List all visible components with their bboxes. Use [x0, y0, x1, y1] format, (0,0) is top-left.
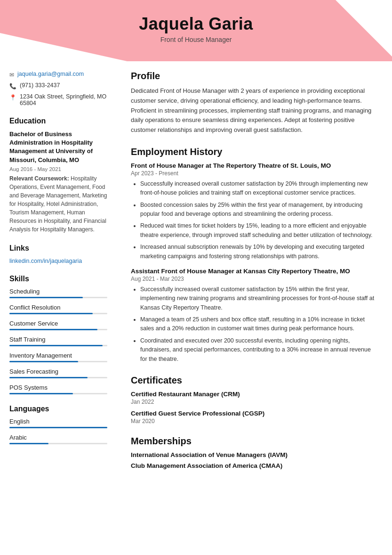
skill-name: POS Systems	[9, 384, 107, 391]
profile-text: Dedicated Front of House Manager with 2 …	[131, 86, 378, 135]
cert-entry: Certified Guest Service Professional (CG…	[131, 410, 378, 424]
skill-name: Scheduling	[9, 288, 107, 295]
job-bullet: Managed a team of 25 ushers and box offi…	[140, 315, 378, 334]
education-title: Education	[9, 117, 107, 125]
memberships-section: Memberships International Association of…	[131, 436, 378, 469]
skill-bar-bg	[9, 393, 107, 394]
skill-item: Scheduling	[9, 288, 107, 298]
lang-bar-fill	[9, 427, 107, 428]
skill-item: Inventory Management	[9, 352, 107, 362]
employment-section: Employment History Front of House Manage…	[131, 147, 378, 364]
skill-bar-fill	[9, 393, 73, 394]
cert-entry: Certified Restaurant Manager (CRM) Jan 2…	[131, 391, 378, 405]
membership-item: International Association of Venue Manag…	[131, 451, 378, 458]
candidate-name: Jaquela Garia	[9, 14, 383, 34]
candidate-title: Front of House Manager	[9, 36, 383, 43]
lang-bar-bg	[9, 427, 107, 428]
edu-degree: Bachelor of Business Administration in H…	[9, 130, 107, 164]
lang-bar-fill	[9, 443, 48, 444]
skills-section: Skills Scheduling Conflict Resolution Cu…	[9, 275, 107, 394]
coursework-text: Hospitality Operations, Event Management…	[9, 175, 107, 233]
skills-title: Skills	[9, 275, 107, 283]
sidebar: ✉ jaquela.garia@gmail.com 📞 (971) 333-24…	[0, 61, 117, 555]
coursework-label: Relevant Coursework:	[9, 175, 69, 182]
links-title: Links	[9, 244, 107, 253]
education-section: Education Bachelor of Business Administr…	[9, 117, 107, 234]
job-entry: Assistant Front of House Manager at Kans…	[131, 268, 378, 364]
job-bullet: Boosted concession sales by 25% within t…	[140, 201, 378, 219]
cert-name: Certified Restaurant Manager (CRM)	[131, 391, 378, 398]
cert-date: Jan 2022	[131, 399, 378, 405]
links-section: Links linkedin.com/in/jaquelagaria	[9, 244, 107, 264]
phone-text: (971) 333-2437	[20, 82, 60, 89]
edu-coursework: Relevant Coursework: Hospitality Operati…	[9, 174, 107, 234]
skill-bar-fill	[9, 377, 88, 378]
skill-item: Staff Training	[9, 336, 107, 346]
job-bullet: Reduced wait times for ticket holders by…	[140, 221, 378, 240]
edu-dates: Aug 2016 - May 2021	[9, 166, 107, 172]
skill-bar-bg	[9, 345, 107, 346]
skill-bar-fill	[9, 313, 93, 314]
skill-item: POS Systems	[9, 384, 107, 394]
address-contact: 📍 1234 Oak Street, Springfield, MO 65804	[9, 93, 107, 106]
main-content: Profile Dedicated Front of House Manager…	[117, 61, 392, 555]
job-dates: Aug 2021 - Mar 2023	[131, 276, 378, 282]
employment-title: Employment History	[131, 147, 378, 157]
skill-item: Sales Forecasting	[9, 368, 107, 378]
certificates-title: Certificates	[131, 375, 378, 386]
languages-list: English Arabic	[9, 418, 107, 444]
membership-item: Club Management Association of America (…	[131, 462, 378, 469]
certs-list: Certified Restaurant Manager (CRM) Jan 2…	[131, 391, 378, 424]
skill-item: Customer Service	[9, 320, 107, 330]
job-entry: Front of House Manager at The Repertory …	[131, 162, 378, 261]
languages-section: Languages English Arabic	[9, 405, 107, 444]
skill-bar-bg	[9, 297, 107, 298]
skill-bar-bg	[9, 377, 107, 378]
job-bullet: Successfully increased overall customer …	[140, 285, 378, 312]
skill-name: Customer Service	[9, 320, 107, 327]
email-contact: ✉ jaquela.garia@gmail.com	[9, 71, 107, 78]
contact-section: ✉ jaquela.garia@gmail.com 📞 (971) 333-24…	[9, 71, 107, 106]
certificates-section: Certificates Certified Restaurant Manage…	[131, 375, 378, 424]
cert-date: Mar 2020	[131, 418, 378, 424]
cert-name: Certified Guest Service Professional (CG…	[131, 410, 378, 417]
job-bullet: Coordinated and executed over 200 succes…	[140, 336, 378, 364]
profile-title: Profile	[131, 71, 378, 82]
decorative-triangle	[336, 0, 392, 57]
skill-bar-bg	[9, 329, 107, 330]
email-icon: ✉	[9, 72, 14, 78]
job-title: Assistant Front of House Manager at Kans…	[131, 268, 378, 275]
phone-icon: 📞	[9, 83, 16, 90]
skill-bar-fill	[9, 345, 103, 346]
lang-bar-bg	[9, 443, 107, 444]
body-layout: ✉ jaquela.garia@gmail.com 📞 (971) 333-24…	[0, 61, 392, 555]
skill-item: Conflict Resolution	[9, 304, 107, 314]
skill-name: Conflict Resolution	[9, 304, 107, 311]
job-bullets: Successfully increased overall customer …	[140, 285, 378, 364]
skill-bar-bg	[9, 313, 107, 314]
memberships-list: International Association of Venue Manag…	[131, 451, 378, 469]
languages-title: Languages	[9, 405, 107, 413]
jobs-list: Front of House Manager at The Repertory …	[131, 162, 378, 364]
skill-name: Sales Forecasting	[9, 368, 107, 375]
skills-list: Scheduling Conflict Resolution Customer …	[9, 288, 107, 394]
job-bullet: Successfully increased overall customer …	[140, 180, 378, 198]
skill-bar-fill	[9, 329, 97, 330]
phone-contact: 📞 (971) 333-2437	[9, 82, 107, 90]
email-link[interactable]: jaquela.garia@gmail.com	[17, 71, 84, 77]
address-text: 1234 Oak Street, Springfield, MO 65804	[20, 93, 107, 106]
job-bullets: Successfully increased overall customer …	[140, 180, 378, 261]
location-icon: 📍	[9, 94, 16, 101]
profile-section: Profile Dedicated Front of House Manager…	[131, 71, 378, 135]
skill-bar-fill	[9, 297, 83, 298]
skill-name: Inventory Management	[9, 352, 107, 359]
resume-header: Jaquela Garia Front of House Manager	[0, 0, 392, 61]
job-bullet: Increased annual subscription renewals b…	[140, 243, 378, 261]
job-title: Front of House Manager at The Repertory …	[131, 162, 378, 169]
skill-bar-bg	[9, 361, 107, 362]
memberships-title: Memberships	[131, 436, 378, 447]
skill-name: Staff Training	[9, 336, 107, 343]
linkedin-link[interactable]: linkedin.com/in/jaquelagaria	[9, 258, 82, 264]
lang-name: English	[9, 418, 107, 425]
language-item: English	[9, 418, 107, 428]
